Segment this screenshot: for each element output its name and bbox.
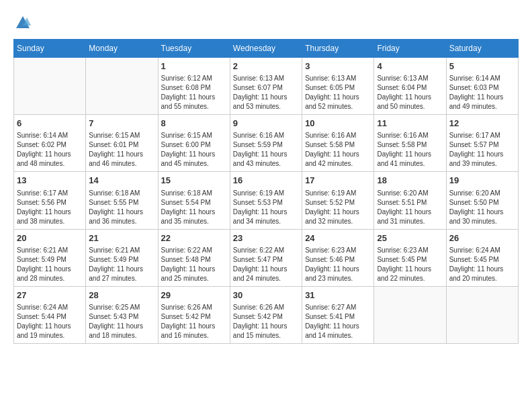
calendar-day-cell: 26Sunrise: 6:24 AMSunset: 5:45 PMDayligh… xyxy=(446,229,518,286)
calendar-day-cell: 15Sunrise: 6:18 AMSunset: 5:54 PMDayligh… xyxy=(158,172,230,229)
day-info: Sunrise: 6:20 AMSunset: 5:51 PMDaylight:… xyxy=(377,189,443,226)
calendar-day-cell xyxy=(446,286,518,343)
day-number: 16 xyxy=(233,175,299,187)
weekday-header: Tuesday xyxy=(158,40,230,58)
calendar-day-cell xyxy=(86,58,158,115)
day-number: 15 xyxy=(161,175,227,187)
day-info: Sunrise: 6:24 AMSunset: 5:44 PMDaylight:… xyxy=(17,303,83,340)
day-info: Sunrise: 6:27 AMSunset: 5:41 PMDaylight:… xyxy=(305,303,371,340)
calendar-day-cell: 5Sunrise: 6:14 AMSunset: 6:03 PMDaylight… xyxy=(446,58,518,115)
day-number: 23 xyxy=(233,232,299,244)
calendar-day-cell: 24Sunrise: 6:23 AMSunset: 5:46 PMDayligh… xyxy=(302,229,374,286)
day-number: 14 xyxy=(89,175,154,187)
day-info: Sunrise: 6:22 AMSunset: 5:48 PMDaylight:… xyxy=(161,246,227,283)
day-number: 26 xyxy=(449,232,515,244)
day-info: Sunrise: 6:13 AMSunset: 6:04 PMDaylight:… xyxy=(377,74,443,111)
day-info: Sunrise: 6:21 AMSunset: 5:49 PMDaylight:… xyxy=(17,246,83,283)
calendar-week-row: 13Sunrise: 6:17 AMSunset: 5:56 PMDayligh… xyxy=(14,172,519,229)
calendar-day-cell: 8Sunrise: 6:15 AMSunset: 6:00 PMDaylight… xyxy=(158,115,230,172)
calendar-day-cell: 12Sunrise: 6:17 AMSunset: 5:57 PMDayligh… xyxy=(446,115,518,172)
weekday-header: Monday xyxy=(86,40,158,58)
calendar-day-cell: 22Sunrise: 6:22 AMSunset: 5:48 PMDayligh… xyxy=(158,229,230,286)
day-number: 1 xyxy=(161,60,227,73)
calendar-week-row: 6Sunrise: 6:14 AMSunset: 6:02 PMDaylight… xyxy=(14,115,519,172)
calendar-table: SundayMondayTuesdayWednesdayThursdayFrid… xyxy=(13,39,519,344)
calendar-day-cell: 29Sunrise: 6:26 AMSunset: 5:42 PMDayligh… xyxy=(158,286,230,343)
day-info: Sunrise: 6:22 AMSunset: 5:47 PMDaylight:… xyxy=(233,246,299,283)
calendar-day-cell: 20Sunrise: 6:21 AMSunset: 5:49 PMDayligh… xyxy=(14,229,86,286)
day-number: 19 xyxy=(449,175,515,187)
day-info: Sunrise: 6:16 AMSunset: 5:58 PMDaylight:… xyxy=(377,131,443,169)
day-number: 29 xyxy=(161,289,227,302)
day-number: 7 xyxy=(89,118,154,130)
day-number: 6 xyxy=(17,118,83,130)
day-info: Sunrise: 6:18 AMSunset: 5:54 PMDaylight:… xyxy=(161,189,227,226)
calendar-day-cell: 11Sunrise: 6:16 AMSunset: 5:58 PMDayligh… xyxy=(374,115,446,172)
day-number: 13 xyxy=(17,175,83,187)
calendar-day-cell: 13Sunrise: 6:17 AMSunset: 5:56 PMDayligh… xyxy=(14,172,86,229)
day-info: Sunrise: 6:14 AMSunset: 6:02 PMDaylight:… xyxy=(17,131,83,169)
calendar-day-cell: 30Sunrise: 6:26 AMSunset: 5:42 PMDayligh… xyxy=(230,286,302,343)
calendar-day-cell xyxy=(374,286,446,343)
calendar-day-cell: 23Sunrise: 6:22 AMSunset: 5:47 PMDayligh… xyxy=(230,229,302,286)
calendar-day-cell: 6Sunrise: 6:14 AMSunset: 6:02 PMDaylight… xyxy=(14,115,86,172)
calendar-day-cell: 27Sunrise: 6:24 AMSunset: 5:44 PMDayligh… xyxy=(14,286,86,343)
day-number: 12 xyxy=(449,118,515,130)
logo xyxy=(13,13,35,32)
calendar-day-cell: 9Sunrise: 6:16 AMSunset: 5:59 PMDaylight… xyxy=(230,115,302,172)
day-number: 17 xyxy=(305,175,371,187)
day-number: 9 xyxy=(233,118,299,130)
day-number: 31 xyxy=(305,289,371,302)
day-info: Sunrise: 6:15 AMSunset: 6:00 PMDaylight:… xyxy=(161,131,227,169)
day-info: Sunrise: 6:25 AMSunset: 5:43 PMDaylight:… xyxy=(89,303,154,340)
day-number: 2 xyxy=(233,60,299,73)
page-header xyxy=(13,13,519,32)
day-number: 3 xyxy=(305,60,371,73)
day-info: Sunrise: 6:18 AMSunset: 5:55 PMDaylight:… xyxy=(89,189,154,226)
day-info: Sunrise: 6:23 AMSunset: 5:45 PMDaylight:… xyxy=(377,246,443,283)
day-number: 30 xyxy=(233,289,299,302)
day-number: 4 xyxy=(377,60,443,73)
day-info: Sunrise: 6:23 AMSunset: 5:46 PMDaylight:… xyxy=(305,246,371,283)
day-info: Sunrise: 6:17 AMSunset: 5:56 PMDaylight:… xyxy=(17,189,83,226)
calendar-day-cell: 2Sunrise: 6:13 AMSunset: 6:07 PMDaylight… xyxy=(230,58,302,115)
day-info: Sunrise: 6:16 AMSunset: 5:59 PMDaylight:… xyxy=(233,131,299,169)
day-info: Sunrise: 6:16 AMSunset: 5:58 PMDaylight:… xyxy=(305,131,371,169)
day-number: 18 xyxy=(377,175,443,187)
day-info: Sunrise: 6:13 AMSunset: 6:07 PMDaylight:… xyxy=(233,74,299,111)
day-number: 8 xyxy=(161,118,227,130)
weekday-header: Thursday xyxy=(302,40,374,58)
day-info: Sunrise: 6:20 AMSunset: 5:50 PMDaylight:… xyxy=(449,189,515,226)
calendar-week-row: 1Sunrise: 6:12 AMSunset: 6:08 PMDaylight… xyxy=(14,58,519,115)
calendar-day-cell: 3Sunrise: 6:13 AMSunset: 6:05 PMDaylight… xyxy=(302,58,374,115)
day-info: Sunrise: 6:26 AMSunset: 5:42 PMDaylight:… xyxy=(161,303,227,340)
day-info: Sunrise: 6:12 AMSunset: 6:08 PMDaylight:… xyxy=(161,74,227,111)
calendar-day-cell: 28Sunrise: 6:25 AMSunset: 5:43 PMDayligh… xyxy=(86,286,158,343)
day-number: 5 xyxy=(449,60,515,73)
day-number: 22 xyxy=(161,232,227,244)
calendar-week-row: 20Sunrise: 6:21 AMSunset: 5:49 PMDayligh… xyxy=(14,229,519,286)
day-number: 28 xyxy=(89,289,154,302)
day-number: 20 xyxy=(17,232,83,244)
day-number: 27 xyxy=(17,289,83,302)
day-info: Sunrise: 6:14 AMSunset: 6:03 PMDaylight:… xyxy=(449,74,515,111)
weekday-header: Wednesday xyxy=(230,40,302,58)
calendar-week-row: 27Sunrise: 6:24 AMSunset: 5:44 PMDayligh… xyxy=(14,286,519,343)
day-info: Sunrise: 6:15 AMSunset: 6:01 PMDaylight:… xyxy=(89,131,154,169)
day-info: Sunrise: 6:19 AMSunset: 5:52 PMDaylight:… xyxy=(305,189,371,226)
weekday-header: Friday xyxy=(374,40,446,58)
calendar-day-cell: 14Sunrise: 6:18 AMSunset: 5:55 PMDayligh… xyxy=(86,172,158,229)
day-info: Sunrise: 6:19 AMSunset: 5:53 PMDaylight:… xyxy=(233,189,299,226)
weekday-header-row: SundayMondayTuesdayWednesdayThursdayFrid… xyxy=(14,40,519,58)
calendar-day-cell: 19Sunrise: 6:20 AMSunset: 5:50 PMDayligh… xyxy=(446,172,518,229)
day-number: 10 xyxy=(305,118,371,130)
day-info: Sunrise: 6:24 AMSunset: 5:45 PMDaylight:… xyxy=(449,246,515,283)
day-info: Sunrise: 6:13 AMSunset: 6:05 PMDaylight:… xyxy=(305,74,371,111)
calendar-day-cell: 16Sunrise: 6:19 AMSunset: 5:53 PMDayligh… xyxy=(230,172,302,229)
day-number: 21 xyxy=(89,232,154,244)
day-info: Sunrise: 6:21 AMSunset: 5:49 PMDaylight:… xyxy=(89,246,154,283)
calendar-day-cell: 4Sunrise: 6:13 AMSunset: 6:04 PMDaylight… xyxy=(374,58,446,115)
day-info: Sunrise: 6:17 AMSunset: 5:57 PMDaylight:… xyxy=(449,131,515,169)
weekday-header: Sunday xyxy=(14,40,86,58)
calendar-day-cell: 21Sunrise: 6:21 AMSunset: 5:49 PMDayligh… xyxy=(86,229,158,286)
